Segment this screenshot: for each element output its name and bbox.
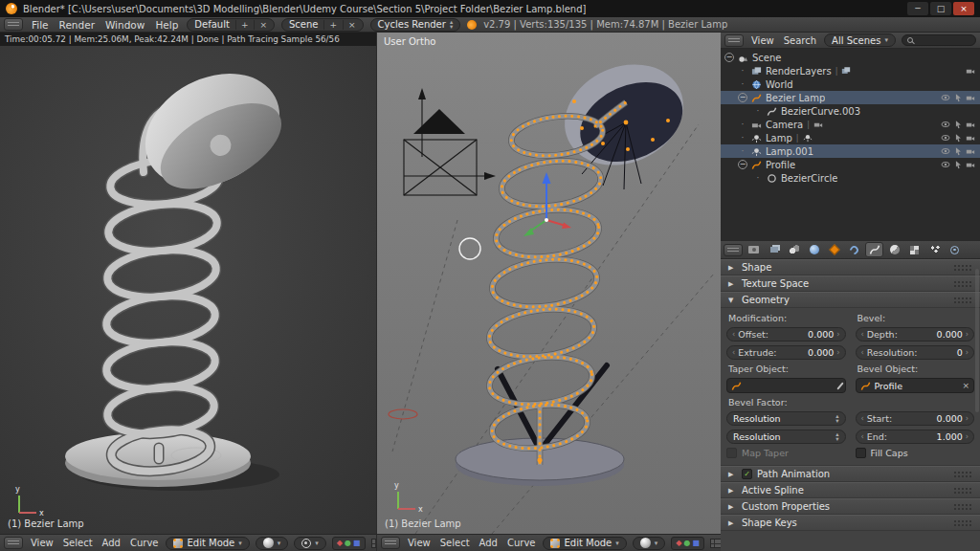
- panel-texture-space[interactable]: ▶ Texture Space: [721, 276, 980, 292]
- panel-active-spline[interactable]: ▶ Active Spline: [721, 482, 980, 498]
- tab-render-layers[interactable]: [765, 242, 783, 257]
- editor-type-button[interactable]: [381, 537, 400, 549]
- renderability-camera-icon[interactable]: [966, 160, 975, 169]
- map-taper-checkbox[interactable]: Map Taper: [726, 448, 846, 458]
- add-scene-button[interactable]: +: [323, 20, 337, 30]
- selectability-cursor-icon[interactable]: [953, 146, 963, 156]
- tab-particles[interactable]: [925, 242, 944, 257]
- tab-physics[interactable]: [946, 242, 964, 257]
- render-menu[interactable]: Render: [57, 19, 97, 31]
- selectability-cursor-icon[interactable]: [953, 160, 963, 169]
- visibility-eye-icon[interactable]: [941, 133, 950, 143]
- outliner-row-world[interactable]: · World: [721, 77, 980, 91]
- renderability-camera-icon[interactable]: [966, 93, 975, 102]
- delete-scene-button[interactable]: ×: [343, 20, 356, 30]
- viewport-shading-selector[interactable]: ▾: [633, 537, 666, 550]
- visibility-eye-icon[interactable]: [941, 120, 950, 129]
- outliner-row-beziercircle[interactable]: · BezierCircle: [721, 171, 980, 185]
- outliner-row-lamp[interactable]: · Lamp |: [721, 131, 980, 144]
- renderability-camera-icon[interactable]: [966, 146, 975, 156]
- translate-manipulator-icon[interactable]: [337, 539, 343, 548]
- scene-selector[interactable]: Scene + ×: [281, 18, 364, 32]
- panel-path-animation[interactable]: ▶ ✓ Path Animation: [721, 466, 980, 482]
- extrude-field[interactable]: ‹ Extrude: 0.000 ›: [726, 345, 846, 360]
- collapse-toggle[interactable]: −: [738, 93, 747, 102]
- tab-texture[interactable]: [905, 242, 924, 257]
- curve-menu[interactable]: Curve: [128, 538, 161, 548]
- rotate-manipulator-icon[interactable]: [683, 539, 690, 548]
- file-menu[interactable]: File: [30, 19, 51, 31]
- outliner-row-profile[interactable]: − Profile: [721, 158, 980, 171]
- tab-modifiers[interactable]: [845, 242, 863, 257]
- minimize-button[interactable]: ─: [907, 2, 928, 15]
- tab-scene[interactable]: [785, 242, 803, 257]
- collapse-toggle[interactable]: −: [724, 53, 734, 62]
- rotate-manipulator-icon[interactable]: [345, 539, 351, 548]
- bevel-resolution-field[interactable]: ‹ Resolution: 0 ›: [856, 345, 975, 360]
- selectability-cursor-icon[interactable]: [953, 93, 963, 102]
- scale-manipulator-icon[interactable]: [692, 539, 700, 548]
- bevel-factor-start-mode-dropdown[interactable]: Resolution ▴▾: [726, 411, 846, 426]
- editor-type-button[interactable]: [724, 244, 743, 256]
- help-menu[interactable]: Help: [153, 19, 180, 31]
- outliner-row-camera[interactable]: · Camera |: [721, 118, 980, 131]
- rendered-viewport[interactable]: y x Time:00:05.72 | Mem:25.06M, Peak:42.…: [0, 33, 376, 534]
- outliner-row-beziercurve003[interactable]: · BezierCurve.003: [721, 104, 980, 118]
- pivot-selector[interactable]: ▾: [294, 537, 326, 550]
- layers-widget[interactable]: [710, 539, 721, 548]
- panel-shape-keys[interactable]: ▶ Shape Keys: [721, 515, 980, 531]
- translate-manipulator-icon[interactable]: [676, 539, 681, 548]
- panel-custom-properties[interactable]: ▶ Custom Properties: [721, 498, 980, 515]
- render-engine-selector[interactable]: Cycles Render ▴▾: [370, 18, 461, 32]
- bevel-object-field[interactable]: Profile ×: [856, 378, 975, 393]
- view-menu[interactable]: View: [29, 538, 56, 548]
- depth-field[interactable]: ‹ Depth: 0.000 ›: [856, 327, 975, 342]
- delete-layout-button[interactable]: ×: [254, 20, 267, 30]
- editor-type-button[interactable]: [4, 18, 23, 31]
- render-toggle-icon[interactable]: [966, 66, 975, 76]
- curve-menu[interactable]: Curve: [505, 538, 538, 548]
- maximize-button[interactable]: □: [930, 2, 951, 15]
- eyedropper-icon[interactable]: [836, 382, 843, 389]
- outliner-search-input[interactable]: [902, 34, 976, 46]
- visibility-eye-icon[interactable]: [941, 146, 950, 156]
- taper-object-field[interactable]: [726, 378, 846, 393]
- outliner-scope-selector[interactable]: All Scenes ▾: [824, 33, 896, 47]
- tab-object-data[interactable]: [865, 242, 883, 257]
- edit-viewport-canvas[interactable]: y x: [377, 33, 721, 534]
- select-menu[interactable]: Select: [438, 538, 472, 548]
- outliner-view-menu[interactable]: View: [749, 35, 776, 46]
- tab-world[interactable]: [805, 242, 823, 257]
- clear-bevel-object-button[interactable]: ×: [962, 381, 969, 390]
- offset-field[interactable]: ‹ Offset: 0.000 ›: [726, 327, 846, 342]
- renderability-camera-icon[interactable]: [966, 120, 975, 129]
- add-menu[interactable]: Add: [100, 538, 122, 548]
- view-menu[interactable]: View: [406, 538, 433, 548]
- bevel-factor-start-field[interactable]: ‹ Start: 0.000 ›: [856, 411, 975, 426]
- panel-shape[interactable]: ▶ Shape: [721, 259, 980, 276]
- fill-caps-checkbox[interactable]: Fill Caps: [856, 448, 975, 458]
- scrollbar[interactable]: [975, 269, 979, 412]
- tab-material[interactable]: [885, 242, 903, 257]
- selectability-cursor-icon[interactable]: [953, 133, 963, 143]
- editor-type-button[interactable]: [4, 537, 23, 549]
- selectability-cursor-icon[interactable]: [953, 120, 963, 129]
- outliner-row-renderlayers[interactable]: · RenderLayers |: [721, 64, 980, 77]
- viewport-shading-selector[interactable]: ▾: [256, 537, 289, 550]
- select-menu[interactable]: Select: [61, 538, 95, 548]
- close-button[interactable]: ×: [953, 2, 974, 15]
- mode-selector[interactable]: Edit Mode ▾: [543, 537, 626, 550]
- path-animation-checkbox[interactable]: ✓: [742, 469, 752, 479]
- edit-viewport[interactable]: y x User Ortho (1) Bezier Lamp: [376, 33, 721, 534]
- scale-manipulator-icon[interactable]: [353, 539, 361, 548]
- window-menu[interactable]: Window: [103, 19, 146, 31]
- add-menu[interactable]: Add: [478, 538, 500, 548]
- outliner-row-lamp001[interactable]: · Lamp.001: [721, 144, 980, 158]
- visibility-eye-icon[interactable]: [941, 93, 950, 102]
- mode-selector[interactable]: Edit Mode ▾: [166, 537, 249, 550]
- tab-object[interactable]: [825, 242, 843, 257]
- panel-geometry[interactable]: ▼ Geometry: [721, 292, 980, 308]
- rendered-viewport-canvas[interactable]: y x: [0, 46, 376, 534]
- screen-layout-selector[interactable]: Default + ×: [187, 18, 275, 32]
- visibility-eye-icon[interactable]: [941, 160, 950, 169]
